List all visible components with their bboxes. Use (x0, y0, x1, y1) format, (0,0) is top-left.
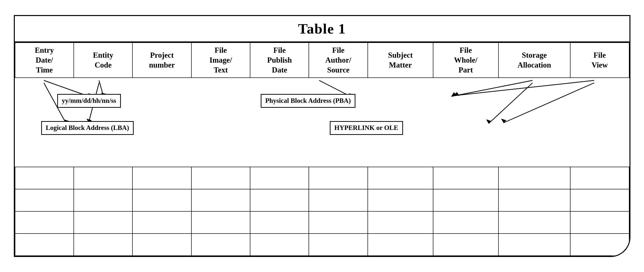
table-row (15, 167, 629, 189)
svg-marker-13 (454, 92, 459, 96)
col-file-image: FileImage/Text (192, 43, 250, 78)
svg-marker-17 (501, 118, 506, 123)
svg-marker-11 (451, 92, 457, 96)
table-row (15, 189, 629, 211)
col-subject-matter: SubjectMatter (368, 43, 433, 78)
svg-line-10 (451, 80, 532, 96)
col-entity-code: EntityCode (74, 43, 132, 78)
col-file-publish: FilePublishDate (250, 43, 309, 78)
annotations-inner: yy/mm/dd/hh/nn/ss Logical Block Address … (16, 80, 628, 164)
hyper-label: HYPERLINK or OLE (330, 121, 403, 135)
svg-line-16 (504, 83, 594, 123)
col-project-number: Projectnumber (132, 43, 191, 78)
table-row (15, 234, 629, 256)
col-file-author: FileAuthor/Source (309, 43, 368, 78)
table-wrapper: Table 1 EntryDate/Time EntityCode Proje (14, 15, 630, 257)
svg-line-12 (454, 80, 594, 96)
table-row (15, 211, 629, 234)
annotation-row: yy/mm/dd/hh/nn/ss Logical Block Address … (15, 78, 629, 167)
col-entry-date: EntryDate/Time (15, 43, 74, 78)
table-title: Table 1 (15, 16, 630, 42)
col-file-whole: FileWhole/Part (433, 43, 498, 78)
svg-marker-15 (486, 119, 491, 124)
pba-label: Physical Block Address (PBA) (261, 94, 356, 108)
col-storage: StorageAllocation (498, 43, 570, 78)
annotations-cell: yy/mm/dd/hh/nn/ss Logical Block Address … (15, 78, 629, 167)
svg-line-14 (488, 83, 532, 124)
page-container: Table 1 EntryDate/Time EntityCode Proje (0, 0, 644, 272)
col-file-view: FileView (570, 43, 629, 78)
header-row: EntryDate/Time EntityCode Projectnumber … (15, 43, 629, 78)
yy-label: yy/mm/dd/hh/nn/ss (57, 94, 121, 108)
lba-label: Logical Block Address (LBA) (41, 121, 134, 135)
main-table: EntryDate/Time EntityCode Projectnumber … (15, 42, 630, 256)
